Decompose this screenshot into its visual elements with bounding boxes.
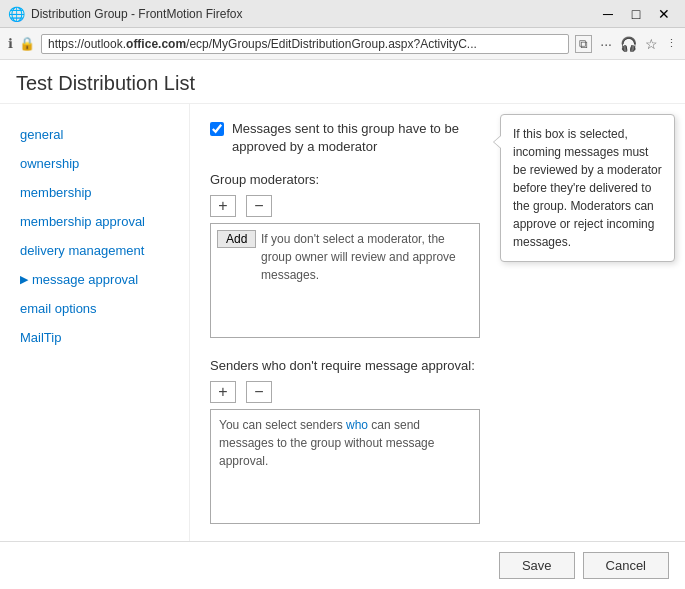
senders-section-label: Senders who don't require message approv… xyxy=(210,358,665,373)
tooltip-bubble: If this box is selected, incoming messag… xyxy=(500,114,675,262)
senders-placeholder-text: You can select senders who can send mess… xyxy=(211,410,479,476)
browser-toolbar-icons: ⧉ ··· 🎧 ☆ ⋮ xyxy=(575,35,677,53)
active-arrow-icon: ▶ xyxy=(20,273,28,286)
browser-icon: 🌐 xyxy=(8,6,25,22)
sidebar-label-delivery-management: delivery management xyxy=(20,243,144,258)
moderators-list-inner: Add If you don't select a moderator, the… xyxy=(211,224,479,337)
maximize-button[interactable]: □ xyxy=(623,4,649,24)
moderator-checkbox[interactable] xyxy=(210,122,224,136)
pocket-icon[interactable]: 🎧 xyxy=(620,36,637,52)
cancel-button[interactable]: Cancel xyxy=(583,552,669,579)
sidebar-label-message-approval: message approval xyxy=(32,272,138,287)
more-icon[interactable]: ··· xyxy=(600,36,612,52)
star-icon[interactable]: ☆ xyxy=(645,36,658,52)
url-box[interactable]: https://outlook.office.com/ecp/MyGroups/… xyxy=(41,34,569,54)
sidebar-item-general[interactable]: general xyxy=(0,120,189,149)
sidebar-item-membership[interactable]: membership xyxy=(0,178,189,207)
add-sender-button[interactable]: + xyxy=(210,381,236,403)
sidebar-label-membership-approval: membership approval xyxy=(20,214,145,229)
moderator-checkbox-label: Messages sent to this group have to be a… xyxy=(232,120,492,156)
main-panel: If this box is selected, incoming messag… xyxy=(190,104,685,541)
senders-list-box: You can select senders who can send mess… xyxy=(210,409,480,524)
senders-text: You can select senders who can send mess… xyxy=(219,418,434,468)
title-bar-buttons: ─ □ ✕ xyxy=(595,4,677,24)
address-bar: ℹ 🔒 https://outlook.office.com/ecp/MyGro… xyxy=(0,28,685,60)
sidebar-item-message-approval[interactable]: ▶ message approval xyxy=(0,265,189,294)
sidebar-item-membership-approval[interactable]: membership approval xyxy=(0,207,189,236)
page-title: Test Distribution List xyxy=(0,60,685,104)
sidebar-label-general: general xyxy=(20,127,63,142)
moderators-list-box: Add If you don't select a moderator, the… xyxy=(210,223,480,338)
sidebar-label-mailtip: MailTip xyxy=(20,330,61,345)
info-icon[interactable]: ℹ xyxy=(8,36,13,51)
sidebar-item-ownership[interactable]: ownership xyxy=(0,149,189,178)
title-bar-text: Distribution Group - FrontMotion Firefox xyxy=(31,7,595,21)
sidebar-label-ownership: ownership xyxy=(20,156,79,171)
save-button[interactable]: Save xyxy=(499,552,575,579)
minimize-button[interactable]: ─ xyxy=(595,4,621,24)
url-text: https://outlook.office.com/ecp/MyGroups/… xyxy=(48,37,477,51)
lock-icon: 🔒 xyxy=(19,36,35,51)
add-moderator-button[interactable]: + xyxy=(210,195,236,217)
sidebar-label-membership: membership xyxy=(20,185,92,200)
sidebar: general ownership membership membership … xyxy=(0,104,190,541)
extension-icon[interactable]: ⋮ xyxy=(666,37,677,50)
sidebar-item-delivery-management[interactable]: delivery management xyxy=(0,236,189,265)
content-area: general ownership membership membership … xyxy=(0,104,685,541)
sidebar-label-email-options: email options xyxy=(20,301,97,316)
sidebar-item-mailtip[interactable]: MailTip xyxy=(0,323,189,352)
add-inline-button[interactable]: Add xyxy=(217,230,256,248)
footer: Save Cancel xyxy=(0,541,685,589)
remove-moderator-button[interactable]: − xyxy=(246,195,272,217)
tooltip-text: If this box is selected, incoming messag… xyxy=(513,127,662,249)
copy-icon[interactable]: ⧉ xyxy=(575,35,592,53)
title-bar: 🌐 Distribution Group - FrontMotion Firef… xyxy=(0,0,685,28)
remove-sender-button[interactable]: − xyxy=(246,381,272,403)
main-container: Test Distribution List general ownership… xyxy=(0,60,685,589)
sidebar-item-email-options[interactable]: email options xyxy=(0,294,189,323)
close-button[interactable]: ✕ xyxy=(651,4,677,24)
senders-add-remove-row: + − xyxy=(210,381,665,403)
